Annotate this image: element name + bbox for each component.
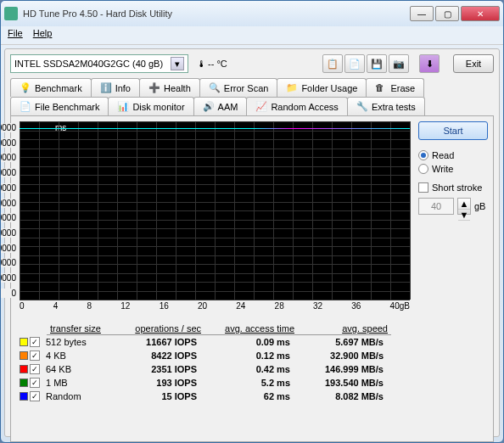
extra-icon: 🔧 bbox=[356, 101, 368, 113]
check-shortstroke[interactable]: Short stroke bbox=[418, 182, 488, 193]
col-ops: operations / sec bbox=[111, 322, 204, 335]
file-icon: 📄 bbox=[20, 101, 31, 113]
save-button[interactable]: 💾 bbox=[367, 54, 387, 73]
chart-area: ms 0000090000800007000060000600005000040… bbox=[20, 121, 410, 300]
row-checkbox[interactable]: ✓ bbox=[30, 364, 40, 374]
radio-write[interactable]: Write bbox=[418, 164, 488, 174]
folder-icon: 📁 bbox=[286, 82, 298, 94]
titlebar[interactable]: HD Tune Pro 4.50 - Hard Disk Utility — ▢… bbox=[1, 1, 503, 26]
exit-button[interactable]: Exit bbox=[453, 54, 494, 73]
tab-diskmonitor[interactable]: 📊Disk monitor bbox=[108, 97, 193, 115]
data-line bbox=[20, 128, 410, 129]
menubar: File Help bbox=[1, 26, 503, 45]
row-checkbox[interactable]: ✓ bbox=[30, 391, 40, 401]
row-checkbox[interactable]: ✓ bbox=[30, 350, 40, 361]
checkbox-icon bbox=[418, 182, 428, 193]
copy-button[interactable]: 📋 bbox=[322, 54, 343, 73]
tab-folderusage[interactable]: 📁Folder Usage bbox=[277, 78, 367, 97]
col-speed: avg. speed bbox=[298, 322, 391, 335]
monitor-icon: 📊 bbox=[117, 101, 129, 113]
temperature: 🌡 -- °C bbox=[197, 59, 227, 69]
dropdown-icon[interactable]: ▾ bbox=[171, 57, 184, 70]
color-swatch bbox=[20, 392, 28, 401]
x-axis-labels: 0481216202428323640gB bbox=[20, 301, 410, 311]
table-row: ✓64 KB2351 IOPS0.42 ms146.999 MB/s bbox=[20, 362, 410, 376]
col-access: avg. access time bbox=[204, 322, 298, 335]
stroke-spinner[interactable]: ▲▼ bbox=[457, 198, 471, 215]
stroke-unit: gB bbox=[474, 201, 485, 211]
bulb-icon: 💡 bbox=[20, 82, 31, 94]
tab-info[interactable]: ℹ️Info bbox=[91, 78, 140, 97]
color-swatch bbox=[20, 365, 28, 373]
radio-dot-icon bbox=[418, 164, 428, 174]
y-axis-labels: 0000090000800007000060000600005000040000… bbox=[16, 121, 18, 300]
tab-aam[interactable]: 🔊AAM bbox=[193, 97, 248, 115]
tabs-row2: 📄File Benchmark 📊Disk monitor 🔊AAM 📈Rand… bbox=[10, 97, 494, 115]
app-window: HD Tune Pro 4.50 - Hard Disk Utility — ▢… bbox=[0, 0, 504, 443]
table-row: ✓512 bytes11667 IOPS0.09 ms5.697 MB/s bbox=[20, 335, 410, 349]
table-row: ✓1 MB193 IOPS5.2 ms193.540 MB/s bbox=[20, 376, 410, 390]
trash-icon: 🗑 bbox=[375, 82, 387, 94]
app-icon bbox=[4, 7, 18, 20]
panel-randomaccess: ms 0000090000800007000060000600005000040… bbox=[10, 115, 494, 442]
start-button[interactable]: Start bbox=[418, 121, 488, 140]
menu-file[interactable]: File bbox=[8, 28, 23, 42]
tab-randomaccess[interactable]: 📈Random Access bbox=[246, 97, 347, 115]
color-swatch bbox=[20, 338, 28, 346]
device-label: INTEL SSDSA2M040G2GC (40 gB) bbox=[14, 59, 163, 69]
radio-dot-icon bbox=[418, 150, 428, 160]
info-icon: ℹ️ bbox=[100, 82, 112, 94]
temp-value: -- °C bbox=[208, 59, 227, 69]
copy2-button[interactable]: 📄 bbox=[344, 54, 365, 73]
tab-errorscan[interactable]: 🔍Error Scan bbox=[199, 78, 278, 97]
radio-read[interactable]: Read bbox=[418, 150, 488, 160]
table-row: ✓Random15 IOPS62 ms8.082 MB/s bbox=[20, 390, 410, 403]
tab-benchmark[interactable]: 💡Benchmark bbox=[10, 78, 92, 97]
col-transfer: transfer size bbox=[47, 322, 111, 335]
random-icon: 📈 bbox=[255, 101, 267, 113]
tabs-row1: 💡Benchmark ℹ️Info ➕Health 🔍Error Scan 📁F… bbox=[10, 78, 494, 97]
controls-sidebar: Start Read Write Short stroke ▲▼ gB bbox=[418, 121, 488, 436]
table-row: ✓4 KB8422 IOPS0.12 ms32.900 MB/s bbox=[20, 349, 410, 362]
row-checkbox[interactable]: ✓ bbox=[30, 378, 40, 388]
window-title: HD Tune Pro 4.50 - Hard Disk Utility bbox=[23, 8, 410, 19]
search-icon: 🔍 bbox=[209, 82, 221, 94]
device-select[interactable]: INTEL SSDSA2M040G2GC (40 gB) ▾ bbox=[10, 54, 188, 73]
stroke-input[interactable] bbox=[418, 198, 454, 215]
color-swatch bbox=[20, 379, 28, 387]
speaker-icon: 🔊 bbox=[203, 101, 215, 113]
chevron-up-icon[interactable]: ▲ bbox=[458, 199, 470, 210]
health-icon: ➕ bbox=[148, 82, 160, 94]
minimize-button[interactable]: — bbox=[410, 6, 434, 21]
color-swatch bbox=[20, 351, 28, 360]
tab-health[interactable]: ➕Health bbox=[139, 78, 200, 97]
maximize-button[interactable]: ▢ bbox=[435, 6, 459, 21]
camera-button[interactable]: 📷 bbox=[389, 54, 409, 73]
menu-help[interactable]: Help bbox=[33, 28, 53, 42]
tab-filebenchmark[interactable]: 📄File Benchmark bbox=[10, 97, 109, 115]
refresh-button[interactable]: ⬇ bbox=[419, 54, 440, 73]
tab-erase[interactable]: 🗑Erase bbox=[366, 78, 424, 97]
tab-extratests[interactable]: 🔧Extra tests bbox=[347, 97, 425, 115]
thermometer-icon: 🌡 bbox=[197, 59, 206, 69]
results-table: transfer size operations / sec avg. acce… bbox=[20, 322, 410, 403]
chevron-down-icon[interactable]: ▼ bbox=[458, 210, 470, 221]
close-button[interactable]: ✕ bbox=[461, 6, 500, 21]
row-checkbox[interactable]: ✓ bbox=[30, 337, 40, 347]
content-area: INTEL SSDSA2M040G2GC (40 gB) ▾ 🌡 -- °C 📋… bbox=[4, 48, 500, 437]
